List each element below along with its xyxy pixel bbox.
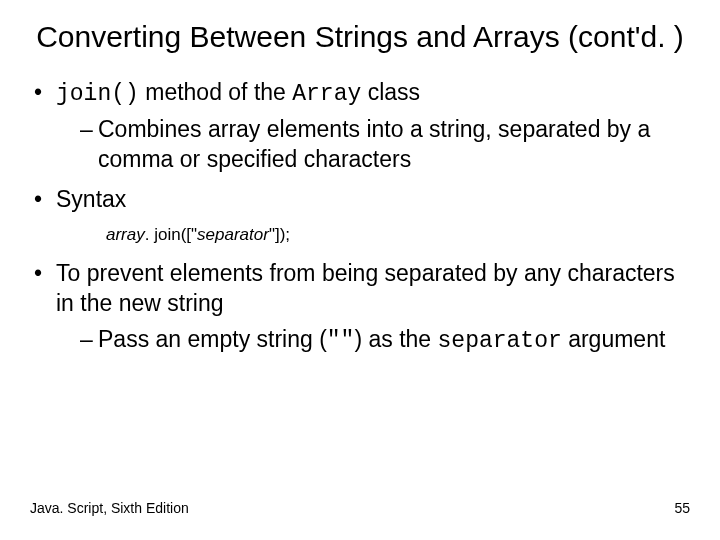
text-syntax: Syntax — [56, 186, 126, 212]
slide: Converting Between Strings and Arrays (c… — [0, 0, 720, 540]
sub-bullet-combines: Combines array elements into a string, s… — [80, 115, 692, 175]
footer-page-number: 55 — [674, 500, 690, 516]
code-join: join() — [56, 81, 139, 107]
syntax-close: "]); — [269, 225, 290, 244]
syntax-separator: separator — [197, 225, 269, 244]
bullet-list-2: To prevent elements from being separated… — [28, 259, 692, 357]
code-separator: separator — [438, 328, 562, 354]
code-array: Array — [292, 81, 361, 107]
syntax-array: array — [106, 225, 145, 244]
sub-list-2: Pass an empty string ("") as the separat… — [56, 325, 692, 357]
text-pass-mid: ) as the — [354, 326, 437, 352]
syntax-example: array. join(["separator"]); — [106, 225, 692, 245]
sub-bullet-empty-string: Pass an empty string ("") as the separat… — [80, 325, 692, 357]
bullet-join-method: join() method of the Array class Combine… — [34, 78, 692, 176]
bullet-prevent: To prevent elements from being separated… — [34, 259, 692, 357]
text-pass-post: argument — [562, 326, 666, 352]
bullet-syntax: Syntax — [34, 185, 692, 215]
bullet-list: join() method of the Array class Combine… — [28, 78, 692, 216]
text-class: class — [361, 79, 420, 105]
text-method: method of the — [139, 79, 292, 105]
footer-book-title: Java. Script, Sixth Edition — [30, 500, 189, 516]
syntax-join-open: . join([" — [145, 225, 197, 244]
slide-title: Converting Between Strings and Arrays (c… — [28, 18, 692, 56]
footer: Java. Script, Sixth Edition 55 — [30, 500, 690, 516]
sub-list-1: Combines array elements into a string, s… — [56, 115, 692, 175]
text-prevent: To prevent elements from being separated… — [56, 260, 675, 316]
text-pass-pre: Pass an empty string ( — [98, 326, 327, 352]
code-empty-string: "" — [327, 328, 355, 354]
